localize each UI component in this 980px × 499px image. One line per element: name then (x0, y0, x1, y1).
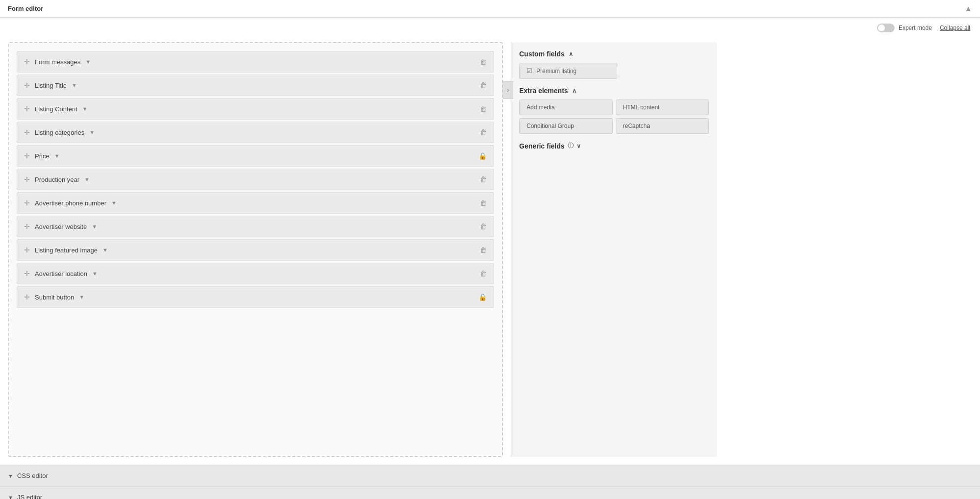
field-expand-arrow[interactable]: ▼ (89, 129, 95, 135)
delete-icon[interactable]: 🗑 (480, 175, 487, 183)
form-canvas: ✛Form messages▼🗑✛Listing Title▼🗑✛Listing… (8, 42, 503, 457)
field-expand-arrow[interactable]: ▼ (85, 59, 91, 65)
bottom-panel-label: CSS editor (17, 472, 48, 479)
close-icon[interactable]: ▲ (964, 4, 972, 13)
generic-fields-title: Generic fields (519, 142, 565, 150)
drag-handle-icon[interactable]: ✛ (24, 223, 30, 230)
app-title: Form editor (8, 5, 43, 12)
chevron-right-icon: › (507, 87, 509, 94)
field-left: ✛Advertiser website▼ (24, 223, 97, 230)
extra-elements-grid: Add media HTML content Conditional Group… (519, 100, 709, 134)
field-left: ✛Advertiser location▼ (24, 270, 98, 277)
delete-icon[interactable]: 🗑 (480, 199, 487, 207)
field-label: Form messages (35, 58, 80, 66)
field-left: ✛Submit button▼ (24, 293, 84, 301)
delete-icon[interactable]: 🗑 (480, 246, 487, 254)
bottom-panel-css-editor[interactable]: ▼CSS editor (0, 465, 980, 486)
custom-fields-title: Custom fields (519, 50, 565, 58)
bottom-panel-arrow: ▼ (8, 495, 13, 499)
generic-fields-chevron[interactable]: ∨ (577, 143, 581, 150)
drag-handle-icon[interactable]: ✛ (24, 81, 30, 89)
field-row-listing-featured-image[interactable]: ✛Listing featured image▼🗑 (17, 239, 494, 261)
add-media-button[interactable]: Add media (519, 100, 613, 115)
custom-fields-section: Custom fields ∧ ☑ Premium listing (519, 50, 709, 79)
custom-fields-header: Custom fields ∧ (519, 50, 709, 58)
extra-elements-title: Extra elements (519, 87, 568, 95)
collapse-all-button[interactable]: Collapse all (940, 25, 970, 31)
recaptcha-button[interactable]: reCaptcha (616, 118, 709, 134)
drag-handle-icon[interactable]: ✛ (24, 58, 30, 66)
field-row-advertiser-location[interactable]: ✛Advertiser location▼🗑 (17, 263, 494, 284)
drag-handle-icon[interactable]: ✛ (24, 199, 30, 207)
drag-handle-icon[interactable]: ✛ (24, 246, 30, 254)
html-content-button[interactable]: HTML content (616, 100, 709, 115)
field-expand-arrow[interactable]: ▼ (102, 247, 108, 253)
field-expand-arrow[interactable]: ▼ (72, 82, 77, 88)
field-label: Listing Title (35, 82, 67, 89)
drag-handle-icon[interactable]: ✛ (24, 128, 30, 136)
expert-mode-toggle[interactable]: Expert mode (877, 24, 932, 32)
expert-mode-switch[interactable] (877, 24, 895, 32)
checkbox-icon: ☑ (527, 67, 532, 75)
field-expand-arrow[interactable]: ▼ (111, 200, 117, 206)
field-expand-arrow[interactable]: ▼ (82, 106, 88, 112)
drag-handle-icon[interactable]: ✛ (24, 175, 30, 183)
field-label: Listing categories (35, 129, 84, 136)
field-label: Submit button (35, 294, 74, 301)
field-row-price[interactable]: ✛Price▼🔒 (17, 145, 494, 167)
field-row-submit-button[interactable]: ✛Submit button▼🔒 (17, 286, 494, 308)
generic-fields-header: Generic fields ⓘ ∨ (519, 142, 709, 150)
field-row-listing-categories[interactable]: ✛Listing categories▼🗑 (17, 122, 494, 143)
field-row-production-year[interactable]: ✛Production year▼🗑 (17, 169, 494, 190)
drag-handle-icon[interactable]: ✛ (24, 293, 30, 301)
field-expand-arrow[interactable]: ▼ (54, 153, 60, 159)
bottom-panel-arrow: ▼ (8, 473, 13, 479)
app-header: Form editor ▲ (0, 0, 980, 18)
extra-elements-chevron[interactable]: ∧ (572, 87, 577, 94)
conditional-group-button[interactable]: Conditional Group (519, 118, 613, 134)
field-label: Advertiser website (35, 223, 87, 230)
field-label: Production year (35, 176, 79, 183)
lock-icon[interactable]: 🔒 (478, 152, 487, 160)
field-left: ✛Listing Content▼ (24, 105, 88, 113)
field-expand-arrow[interactable]: ▼ (92, 271, 98, 276)
drag-handle-icon[interactable]: ✛ (24, 152, 30, 160)
field-row-form-messages[interactable]: ✛Form messages▼🗑 (17, 51, 494, 73)
lock-icon[interactable]: 🔒 (478, 293, 487, 301)
field-row-listing-title[interactable]: ✛Listing Title▼🗑 (17, 75, 494, 96)
info-icon[interactable]: ⓘ (568, 142, 574, 150)
drag-handle-icon[interactable]: ✛ (24, 105, 30, 113)
field-left: ✛Form messages▼ (24, 58, 91, 66)
field-label: Advertiser location (35, 270, 87, 277)
field-row-advertiser-website[interactable]: ✛Advertiser website▼🗑 (17, 216, 494, 237)
delete-icon[interactable]: 🗑 (480, 270, 487, 277)
delete-icon[interactable]: 🗑 (480, 128, 487, 136)
field-expand-arrow[interactable]: ▼ (92, 224, 97, 229)
custom-fields-chevron[interactable]: ∧ (569, 50, 573, 57)
premium-listing-button[interactable]: ☑ Premium listing (519, 63, 617, 79)
field-left: ✛Production year▼ (24, 175, 90, 183)
field-left: ✛Advertiser phone number▼ (24, 199, 117, 207)
bottom-panels: ▼CSS editor▼JS editor (0, 465, 980, 499)
expert-mode-label: Expert mode (899, 25, 932, 31)
drag-handle-icon[interactable]: ✛ (24, 270, 30, 277)
extra-elements-header: Extra elements ∧ (519, 87, 709, 95)
field-expand-arrow[interactable]: ▼ (84, 176, 90, 182)
field-label: Price (35, 152, 50, 160)
toolbar: Expert mode Collapse all (0, 18, 980, 34)
field-label: Listing Content (35, 105, 77, 113)
field-expand-arrow[interactable]: ▼ (79, 294, 84, 300)
bottom-panel-js-editor[interactable]: ▼JS editor (0, 486, 980, 499)
delete-icon[interactable]: 🗑 (480, 58, 487, 66)
extra-elements-section: Extra elements ∧ Add media HTML content … (519, 87, 709, 134)
field-label: Listing featured image (35, 247, 98, 254)
delete-icon[interactable]: 🗑 (480, 81, 487, 89)
panel-collapse-button[interactable]: › (503, 81, 513, 99)
field-left: ✛Listing categories▼ (24, 128, 95, 136)
field-row-advertiser-phone-number[interactable]: ✛Advertiser phone number▼🗑 (17, 192, 494, 214)
right-panel: › Custom fields ∧ ☑ Premium listing Extr… (511, 42, 717, 457)
main-layout: ✛Form messages▼🗑✛Listing Title▼🗑✛Listing… (0, 34, 980, 465)
field-row-listing-content[interactable]: ✛Listing Content▼🗑 (17, 98, 494, 120)
delete-icon[interactable]: 🗑 (480, 105, 487, 113)
delete-icon[interactable]: 🗑 (480, 223, 487, 230)
